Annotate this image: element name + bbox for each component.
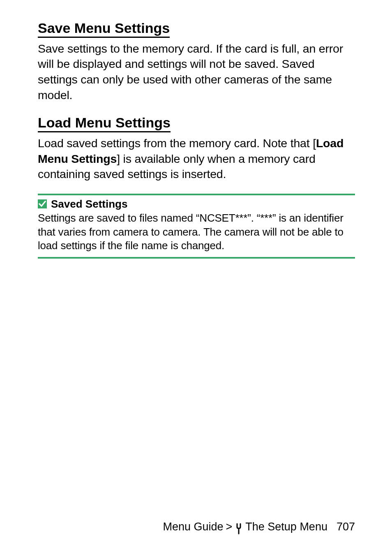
note-title: Saved Settings bbox=[51, 198, 127, 211]
note-header: Saved Settings bbox=[38, 198, 355, 211]
breadcrumb-left: Menu Guide bbox=[163, 521, 223, 533]
note-box: Saved Settings Settings are saved to fil… bbox=[38, 194, 355, 259]
footer: Menu Guide > The Setup Menu 707 bbox=[38, 521, 355, 533]
heading-save-menu-settings: Save Menu Settings bbox=[38, 20, 170, 38]
page-number: 707 bbox=[337, 521, 355, 533]
body-load-menu-settings: Load saved settings from the memory card… bbox=[38, 136, 355, 182]
check-icon bbox=[38, 199, 47, 208]
breadcrumb: Menu Guide > The Setup Menu bbox=[163, 521, 327, 533]
page: Save Menu Settings Save settings to the … bbox=[0, 0, 392, 553]
heading-load-menu-settings: Load Menu Settings bbox=[38, 114, 171, 132]
note-body: Settings are saved to files named “NCSET… bbox=[38, 211, 355, 253]
load-body-pre: Load saved settings from the memory card… bbox=[38, 137, 316, 150]
breadcrumb-separator: > bbox=[226, 521, 233, 533]
wrench-icon bbox=[235, 523, 243, 534]
body-save-menu-settings: Save settings to the memory card. If the… bbox=[38, 41, 355, 103]
breadcrumb-right: The Setup Menu bbox=[245, 521, 327, 533]
